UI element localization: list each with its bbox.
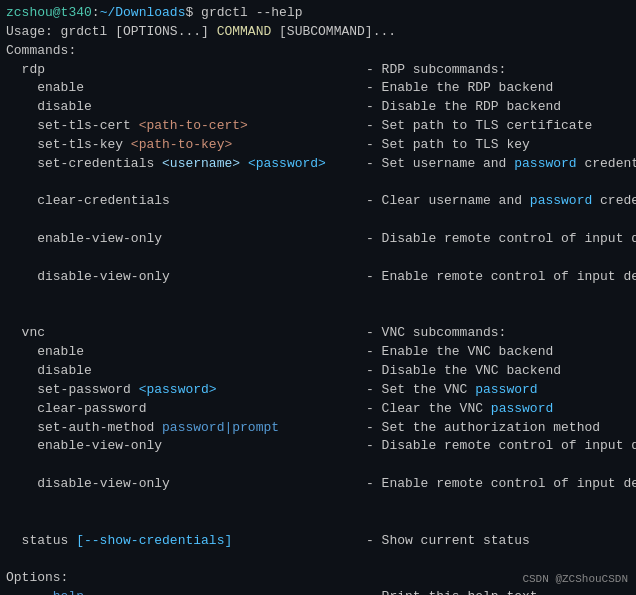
cmd-line: disable- Disable the VNC backend: [6, 362, 630, 381]
cmd-line: vnc- VNC subcommands:: [6, 324, 630, 343]
cmd-line: disable-view-only- Enable remote control…: [6, 475, 630, 494]
cmd-line: --help- Print this help text: [6, 588, 630, 595]
cmd-line: enable-view-only- Disable remote control…: [6, 437, 630, 456]
watermark: CSDN @ZCShouCSDN: [522, 570, 628, 589]
cmd-line: set-auth-method password|prompt- Set the…: [6, 419, 630, 438]
cmd-line: enable- Enable the VNC backend: [6, 343, 630, 362]
cmd-line: enable-view-only- Disable remote control…: [6, 230, 630, 249]
cmd-line: clear-credentials- Clear username and pa…: [6, 192, 630, 211]
cmd-line: rdp- RDP subcommands:: [6, 61, 630, 80]
terminal: zcshou@t340:~/Downloads$ grdctl --helpUs…: [0, 0, 636, 595]
commands-header: Commands:: [6, 42, 630, 61]
cmd-line: clear-password- Clear the VNC password: [6, 400, 630, 419]
cmd-line: set-password <password>- Set the VNC pas…: [6, 381, 630, 400]
cmd-line: status [--show-credentials]- Show curren…: [6, 532, 630, 551]
prompt-line: zcshou@t340:~/Downloads$ grdctl --help: [6, 4, 630, 23]
cmd-line: set-tls-cert <path-to-cert>- Set path to…: [6, 117, 630, 136]
usage-line: Usage: grdctl [OPTIONS...] COMMAND [SUBC…: [6, 23, 630, 42]
cmd-line: enable- Enable the RDP backend: [6, 79, 630, 98]
cmd-line: set-credentials <username> <password>- S…: [6, 155, 630, 174]
cmd-line: disable- Disable the RDP backend: [6, 98, 630, 117]
cmd-line: set-tls-key <path-to-key>- Set path to T…: [6, 136, 630, 155]
cmd-line: disable-view-only- Enable remote control…: [6, 268, 630, 287]
